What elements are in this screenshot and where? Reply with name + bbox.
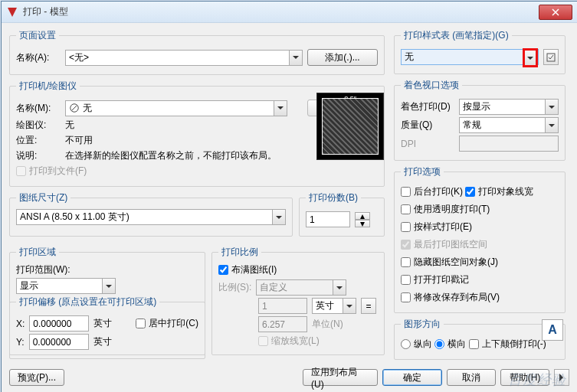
svg-line-1: [72, 106, 77, 111]
scale-lineweight-checkbox: 缩放线宽(L): [258, 335, 320, 348]
shade-mode-label: 着色打印(D): [401, 100, 454, 113]
expand-button[interactable]: [554, 369, 569, 386]
printer-name-combo[interactable]: 无: [65, 100, 287, 116]
offset-legend: 打印偏移 (原点设置在可打印区域): [16, 296, 159, 309]
options-group: 打印选项 后台打印(K) 打印对象线宽 使用透明度打印(T) 按样式打印(E) …: [394, 165, 566, 313]
opt-by-style-checkbox[interactable]: 按样式打印(E): [401, 220, 472, 234]
chevron-down-icon: [274, 101, 287, 116]
chevron-down-icon: [289, 51, 302, 65]
preview-button[interactable]: 预览(P)...: [9, 369, 64, 386]
printer-group: 打印机/绘图仪 名称(M): 无 特性(R)... 绘图仪:无 位置:不可用 说…: [9, 80, 385, 187]
printer-legend: 打印机/绘图仪: [16, 80, 80, 93]
scale-denom-input: 6.257: [258, 316, 307, 332]
help-button[interactable]: 帮助(H): [500, 369, 549, 386]
cancel-button[interactable]: 取消: [447, 369, 496, 386]
chevron-down-icon: [272, 210, 285, 224]
orientation-icon: A: [542, 319, 563, 341]
dpi-input: [459, 136, 559, 152]
scale-equals-button[interactable]: =: [361, 298, 376, 314]
paper-preview: 8.5″ 11.0″: [316, 93, 384, 160]
upside-down-checkbox[interactable]: 上下颠倒打印(-): [469, 338, 546, 351]
scale-group: 打印比例 布满图纸(I) 比例(S): 自定义 1 英寸 =: [211, 246, 385, 355]
scale-ratio-combo: 自定义: [256, 279, 346, 296]
plotter-label: 绘图仪:: [16, 119, 61, 132]
opt-lineweight-checkbox[interactable]: 打印对象线宽: [465, 185, 533, 198]
chevron-down-icon: [545, 118, 558, 132]
opt-background-checkbox[interactable]: 后台打印(K): [401, 185, 463, 198]
scale-unit2-label: 单位(N): [312, 318, 343, 331]
desc-value: 在选择新的绘图仪配置名称之前，不能打印该布局。: [65, 149, 277, 162]
opt-plot-stamp-checkbox[interactable]: 打开打印戳记: [401, 273, 469, 286]
chevron-down-icon: [545, 100, 558, 114]
page-setup-legend: 页面设置: [16, 29, 59, 42]
printer-name-label: 名称(M):: [16, 102, 61, 115]
shade-quality-combo[interactable]: 常规: [459, 117, 559, 133]
apply-to-layout-button[interactable]: 应用到布局(U): [303, 369, 378, 386]
landscape-radio[interactable]: 横向: [434, 338, 466, 351]
plot-area-legend: 打印区域: [16, 246, 59, 259]
chevron-down-icon[interactable]: [523, 48, 538, 67]
plot-scope-label: 打印范围(W):: [16, 263, 198, 276]
printer-none-icon: [69, 103, 80, 113]
paper-size-legend: 图纸尺寸(Z): [16, 191, 70, 204]
titlebar: 打印 - 模型: [2, 2, 577, 23]
opt-paperspace-last-checkbox: 最后打印图纸空间: [401, 238, 487, 251]
offset-x-unit: 英寸: [93, 317, 112, 330]
close-button[interactable]: [539, 5, 572, 20]
scale-unit-combo[interactable]: 英寸: [312, 298, 356, 314]
plot-scope-combo[interactable]: 显示: [16, 278, 116, 294]
copies-input[interactable]: 1: [306, 211, 350, 227]
scale-ratio-label: 比例(S):: [218, 281, 251, 294]
plot-style-group: 打印样式表 (画笔指定)(G) 无: [394, 29, 566, 74]
app-logo-icon: [6, 6, 18, 18]
chevron-down-icon: [333, 280, 346, 295]
page-name-label: 名称(A):: [16, 51, 61, 64]
where-label: 位置:: [16, 134, 61, 147]
page-setup-group: 页面设置 名称(A): <无> 添加(.)...: [9, 29, 385, 75]
paper-size-group: 图纸尺寸(Z) ANSI A (8.50 x 11.00 英寸): [9, 191, 293, 237]
options-legend: 打印选项: [401, 165, 444, 178]
fit-to-paper-checkbox[interactable]: 布满图纸(I): [218, 263, 277, 276]
offset-y-label: Y:: [16, 337, 25, 348]
add-page-setup-button[interactable]: 添加(.)...: [307, 49, 378, 66]
orientation-group: 图形方向 纵向 横向 上下颠倒打印(-) A: [394, 318, 566, 360]
close-icon: [552, 8, 559, 16]
window-title: 打印 - 模型: [23, 5, 539, 18]
chevron-down-icon: [102, 279, 115, 293]
plot-style-legend: 打印样式表 (画笔指定)(G): [401, 29, 512, 42]
plot-style-combo[interactable]: 无: [401, 49, 539, 65]
scale-num-input: 1: [258, 298, 307, 314]
opt-save-layout-checkbox[interactable]: 将修改保存到布局(V): [401, 291, 500, 304]
chevron-down-icon: [343, 299, 356, 313]
copies-legend: 打印份数(B): [306, 191, 361, 204]
copies-spin-down[interactable]: ▾: [355, 220, 370, 227]
shade-mode-combo[interactable]: 按显示: [459, 99, 559, 115]
where-value: 不可用: [65, 134, 93, 147]
orientation-legend: 图形方向: [401, 318, 444, 331]
ok-button[interactable]: 确定: [382, 369, 442, 386]
opt-transparency-checkbox[interactable]: 使用透明度打印(T): [401, 203, 490, 216]
plot-style-edit-button[interactable]: [543, 49, 559, 65]
desc-label: 说明:: [16, 149, 61, 162]
footer: 预览(P)... 应用到布局(U) 确定 取消 帮助(H): [9, 369, 569, 386]
copies-group: 打印份数(B) 1 ▴ ▾: [299, 191, 385, 237]
shade-group: 着色视口选项 着色打印(D) 按显示 质量(Q) 常规 DPI: [394, 79, 566, 161]
print-to-file-checkbox: 打印到文件(F): [16, 165, 87, 178]
edit-icon: [546, 53, 556, 62]
offset-x-input[interactable]: 0.000000: [29, 315, 89, 332]
offset-x-label: X:: [16, 318, 25, 329]
dpi-label: DPI: [401, 139, 454, 149]
offset-y-unit: 英寸: [93, 335, 112, 348]
opt-hide-paperspace-checkbox[interactable]: 隐藏图纸空间对象(J): [401, 256, 498, 269]
plotter-value: 无: [65, 119, 74, 132]
portrait-radio[interactable]: 纵向: [401, 338, 432, 351]
center-plot-checkbox[interactable]: 居中打印(C): [136, 317, 198, 330]
scale-legend: 打印比例: [218, 246, 261, 259]
page-name-combo[interactable]: <无>: [65, 50, 303, 66]
offset-y-input[interactable]: 0.000000: [29, 334, 89, 350]
paper-size-combo[interactable]: ANSI A (8.50 x 11.00 英寸): [16, 209, 286, 225]
shade-quality-label: 质量(Q): [401, 119, 454, 132]
shade-legend: 着色视口选项: [401, 79, 462, 92]
